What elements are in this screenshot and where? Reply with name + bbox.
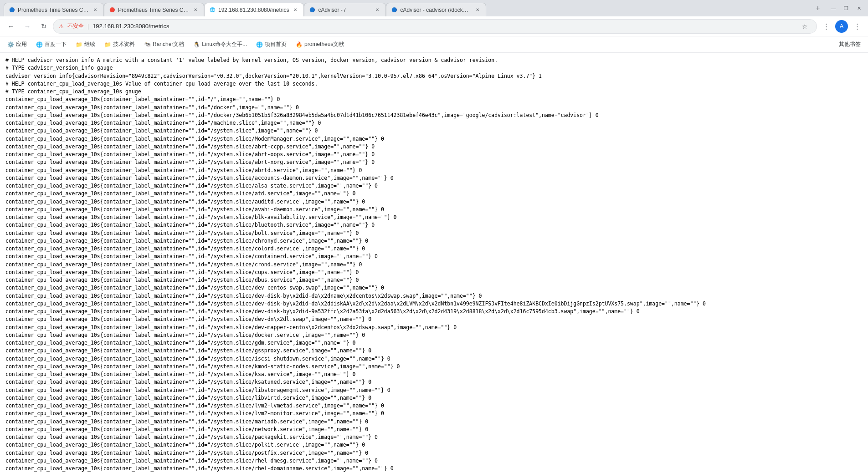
tab-close-tab3[interactable]: ✕ (292, 6, 299, 14)
tab-tab4[interactable]: 🔵 cAdvisor - / ✕ (304, 3, 386, 16)
new-tab-button[interactable]: + (812, 2, 824, 15)
bookmark-icon: 📁 (76, 41, 82, 48)
tab-close-tab2[interactable]: ✕ (192, 6, 199, 14)
tab-title-tab3: 192.168.81.230:8080/metrics (218, 7, 289, 13)
profile-avatar[interactable]: A (835, 20, 848, 33)
tab-favicon-tab5: 🔵 (391, 7, 397, 13)
tab-tab2[interactable]: 🔴 Prometheus Time Series Colle... ✕ (104, 3, 204, 16)
bookmark-label: 技术资料 (113, 41, 135, 48)
nav-bar: ← → ↻ ⚠ 不安全 | 192.168.81.230:8080/metric… (0, 16, 868, 36)
bookmark-icon: 🐄 (144, 41, 151, 48)
toolbar-actions: ⋮ A ⋮ (819, 19, 864, 34)
tab-title-tab2: Prometheus Time Series Colle... (118, 7, 189, 13)
close-button[interactable]: ✕ (853, 3, 864, 14)
tab-close-tab1[interactable]: ✕ (92, 6, 99, 14)
bookmark-icon: 🐧 (193, 41, 200, 48)
bookmark-icon: 🌐 (256, 41, 263, 48)
tab-title-tab5: cAdvisor - cadvisor (/docker/c... (400, 7, 471, 13)
bookmark-label: prometheus文献 (304, 41, 344, 48)
tab-favicon-tab4: 🔵 (309, 7, 315, 13)
tab-close-tab4[interactable]: ✕ (374, 6, 381, 14)
bookmark-label: Linux命令大全手... (202, 41, 247, 48)
restore-button[interactable]: ❐ (841, 3, 852, 14)
security-icon: ⚠ (59, 23, 64, 30)
tab-favicon-tab3: 🌐 (209, 7, 216, 13)
bookmark-icon: 🔥 (296, 41, 303, 48)
back-button[interactable]: ← (4, 19, 18, 34)
bookmark-label: 项目首页 (265, 41, 287, 48)
bookmarks-bar: ⚙️ 应用 🌐 百度一下 📁 继续 📁 技术资料 🐄 Rancher文档 🐧 L… (0, 36, 868, 53)
tab-tab1[interactable]: 🔵 Prometheus Time Series Colle... ✕ (4, 3, 104, 16)
tab-title-tab4: cAdvisor - / (318, 7, 371, 13)
account-button[interactable]: A (834, 19, 849, 34)
settings-button[interactable]: ⋮ (850, 19, 864, 34)
window-controls: — ❐ ✕ (828, 3, 864, 14)
bookmark-icon: 📁 (104, 41, 111, 48)
bookmark-item[interactable]: 🔥 prometheus文献 (292, 39, 348, 50)
bookmark-item[interactable]: 🐧 Linux命令大全手... (190, 39, 251, 50)
security-label: 不安全 (67, 22, 84, 30)
bookmark-item[interactable]: 📁 技术资料 (101, 39, 139, 50)
address-actions: ☆ (798, 20, 811, 33)
tab-favicon-tab1: 🔵 (9, 7, 15, 13)
tab-favicon-tab2: 🔴 (109, 7, 115, 13)
bookmark-item[interactable]: 🌐 项目首页 (252, 39, 290, 50)
bookmarks-overflow[interactable]: 其他书签 (835, 39, 864, 50)
address-bar[interactable]: ⚠ 不安全 | 192.168.81.230:8080/metrics ☆ (53, 19, 817, 34)
bookmark-item[interactable]: 🐄 Rancher文档 (140, 39, 188, 50)
bookmark-label: Rancher文档 (153, 41, 184, 48)
extensions-button[interactable]: ⋮ (819, 19, 833, 34)
bookmark-label: 应用 (16, 41, 27, 48)
browser-frame: 🔵 Prometheus Time Series Colle... ✕ 🔴 Pr… (0, 0, 868, 473)
page-content[interactable]: # HELP cadvisor_version_info A metric wi… (0, 53, 868, 473)
tab-title-tab1: Prometheus Time Series Colle... (18, 7, 89, 13)
bookmark-item[interactable]: 🌐 百度一下 (32, 39, 70, 50)
star-button[interactable]: ☆ (798, 20, 811, 33)
forward-button[interactable]: → (20, 19, 35, 34)
bookmark-icon: ⚙️ (7, 41, 14, 48)
metrics-content: # HELP cadvisor_version_info A metric wi… (5, 56, 863, 473)
bookmark-icon: 🌐 (36, 41, 43, 48)
url-display: 192.168.81.230:8080/metrics (92, 23, 795, 30)
tab-tab5[interactable]: 🔵 cAdvisor - cadvisor (/docker/c... ✕ (386, 3, 486, 16)
tab-tab3[interactable]: 🌐 192.168.81.230:8080/metrics ✕ (204, 3, 304, 16)
tabs-container: 🔵 Prometheus Time Series Colle... ✕ 🔴 Pr… (4, 0, 810, 16)
tab-close-tab5[interactable]: ✕ (474, 6, 481, 14)
bookmark-item[interactable]: 📁 继续 (72, 39, 99, 50)
bookmarks-overflow-label: 其他书签 (839, 41, 861, 48)
separator: | (87, 23, 89, 30)
bookmark-item[interactable]: ⚙️ 应用 (4, 39, 31, 50)
bookmark-label: 百度一下 (45, 41, 67, 48)
bookmark-label: 继续 (84, 41, 95, 48)
minimize-button[interactable]: — (828, 3, 839, 14)
title-bar: 🔵 Prometheus Time Series Colle... ✕ 🔴 Pr… (0, 0, 868, 16)
reload-button[interactable]: ↻ (36, 19, 51, 34)
